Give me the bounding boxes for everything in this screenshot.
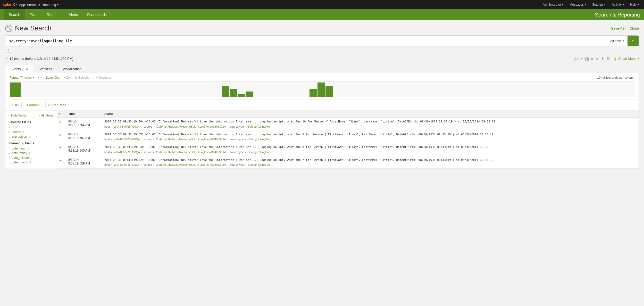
smart-mode-button[interactable]: 💡 Smart Mode ▾ bbox=[613, 57, 639, 61]
col-header-event: Event bbox=[104, 112, 637, 116]
pause-icon[interactable]: ▮▮ bbox=[584, 56, 589, 61]
tab-events[interactable]: Events (10) bbox=[5, 65, 33, 73]
timeline-bar[interactable] bbox=[310, 89, 317, 97]
field-type: # bbox=[9, 161, 10, 164]
help-menu[interactable]: Help ▾ bbox=[628, 0, 641, 9]
run-search-button[interactable]: ⌕ bbox=[628, 36, 639, 46]
nav-search[interactable]: Search bbox=[4, 9, 25, 20]
timeline-bar[interactable] bbox=[325, 86, 333, 97]
timeline-bar[interactable] bbox=[246, 92, 253, 97]
nav-alerts[interactable]: Alerts bbox=[64, 9, 83, 20]
download-icon[interactable]: ⬇ bbox=[601, 56, 604, 61]
administrator-chevron-icon: ▾ bbox=[562, 3, 563, 6]
meta-label: source = bbox=[144, 125, 155, 128]
meta-source[interactable]: C:\Temp\TheMostAwesomeSplunkLogFile-2014… bbox=[156, 163, 226, 166]
event-toggle[interactable]: ► bbox=[59, 158, 68, 162]
meta-host[interactable]: WIN-88V5R1FG0Q4 bbox=[114, 125, 140, 128]
field-name-link[interactable]: host bbox=[12, 126, 18, 129]
list-dropdown[interactable]: List ▾ bbox=[10, 102, 22, 108]
meta-sourcetype[interactable]: SerilogRollingFile bbox=[248, 125, 270, 128]
timeline-bar[interactable] bbox=[222, 86, 229, 97]
field-type: a bbox=[9, 130, 10, 134]
table-row: ► 8/30/149:33:19.640 AM 2014-08-30 09:33… bbox=[57, 143, 639, 156]
meta-label: host = bbox=[104, 125, 112, 128]
search-header: 🔍 New Search Save As ▾ Close bbox=[5, 24, 639, 32]
zoom-to-selection-button[interactable]: + Zoom to Selection bbox=[64, 76, 91, 79]
event-time: 8/30/149:33:19.629 AM bbox=[68, 158, 104, 165]
splunk-logo: splunk> bbox=[3, 2, 16, 7]
zoom-out-button[interactable]: – Zoom Out bbox=[43, 76, 59, 79]
timeline-bar[interactable] bbox=[230, 89, 237, 97]
header-actions: Save As ▾ Close bbox=[611, 26, 639, 30]
administrator-menu[interactable]: Administrator ▾ bbox=[540, 0, 566, 9]
table-row: ► 8/30/149:33:19.651 AM 2014-08-30 09:33… bbox=[57, 130, 639, 143]
meta-host[interactable]: WIN-88V5R1FG0Q4 bbox=[114, 151, 140, 154]
app-name-chevron-icon: ▾ bbox=[57, 3, 58, 6]
top-navbar: splunk> App: Search & Reporting ▾ Admini… bbox=[0, 0, 644, 9]
send-icon[interactable]: ➤ bbox=[596, 56, 599, 61]
event-toggle[interactable]: ► bbox=[59, 145, 68, 149]
deselect-button[interactable]: ✕ Deselect bbox=[95, 76, 111, 79]
meta-label: sourcetype = bbox=[230, 125, 246, 128]
close-button[interactable]: Close bbox=[630, 26, 639, 30]
table-row: ► 8/30/149:33:19.664 AM 2014-08-30 09:33… bbox=[57, 118, 639, 130]
meta-source[interactable]: C:\Temp\TheMostAwesomeSplunkLogFile-2014… bbox=[156, 138, 226, 141]
status-text: ✓ 10 events (before 9/2/14 12:44:51.000 … bbox=[5, 57, 73, 61]
tab-statistics[interactable]: Statistics bbox=[33, 65, 57, 73]
field-type: a bbox=[9, 135, 10, 138]
print-icon[interactable]: 🖶 bbox=[606, 56, 610, 61]
nav-dashboards[interactable]: Dashboards bbox=[82, 9, 111, 20]
meta-label: source = bbox=[144, 138, 155, 141]
meta-sourcetype[interactable]: SerilogRollingFile bbox=[248, 163, 270, 166]
page-title: 🔍 New Search bbox=[5, 24, 52, 32]
messages-menu[interactable]: Messages ▾ bbox=[567, 0, 589, 9]
smart-mode-chevron-icon: ▾ bbox=[638, 57, 639, 60]
field-name-link[interactable]: sourcetype bbox=[12, 135, 27, 138]
timeline-chart[interactable] bbox=[10, 81, 634, 97]
format-timeline-button[interactable]: Format Timeline ▾ bbox=[10, 76, 34, 79]
table-row: ► 8/30/149:33:19.629 AM 2014-08-30 09:33… bbox=[57, 156, 639, 169]
job-menu[interactable]: Job ▾ bbox=[574, 57, 582, 61]
format-dropdown[interactable]: Format ▾ bbox=[25, 102, 42, 108]
field-name-link[interactable]: date_hour bbox=[12, 147, 26, 150]
col-header-time: Time bbox=[68, 112, 104, 116]
table-header: i Time Event bbox=[57, 111, 639, 118]
settings-menu[interactable]: Settings ▾ bbox=[590, 0, 608, 9]
field-count: 1 bbox=[28, 135, 30, 138]
nav-reports[interactable]: Reports bbox=[42, 9, 64, 20]
search-glass-icon: ⌕ bbox=[632, 38, 634, 44]
stop-icon[interactable]: ■ bbox=[591, 56, 594, 61]
selected-field-item: asource1 bbox=[9, 130, 54, 134]
timeline-bar[interactable] bbox=[10, 82, 21, 97]
meta-label: sourcetype = bbox=[230, 163, 246, 166]
event-toggle[interactable]: ► bbox=[59, 120, 68, 124]
search-input[interactable] bbox=[5, 36, 606, 46]
meta-source[interactable]: C:\Temp\TheMostAwesomeSplunkLogFile-2014… bbox=[156, 125, 226, 128]
field-name-link[interactable]: source bbox=[12, 130, 21, 134]
field-count: 1 bbox=[19, 126, 21, 129]
time-range-selector[interactable]: All time ▾ bbox=[606, 36, 628, 45]
event-toggle[interactable]: ► bbox=[59, 133, 68, 137]
activity-menu[interactable]: Activity ▾ bbox=[609, 0, 626, 9]
meta-host[interactable]: WIN-88V5R1FG0Q4 bbox=[114, 138, 140, 141]
field-count: 1 bbox=[23, 130, 24, 134]
meta-source[interactable]: C:\Temp\TheMostAwesomeSplunkLogFile-2014… bbox=[156, 151, 226, 154]
tab-visualization[interactable]: Visualization bbox=[57, 65, 87, 73]
event-time: 8/30/149:33:19.651 AM bbox=[68, 133, 104, 140]
meta-sourcetype[interactable]: SerilogRollingFile bbox=[248, 151, 270, 154]
timeline-bar[interactable] bbox=[317, 82, 325, 97]
meta-sourcetype[interactable]: SerilogRollingFile bbox=[248, 138, 270, 141]
timeline-bar[interactable] bbox=[238, 94, 245, 97]
nav-pivot[interactable]: Pivot bbox=[25, 9, 42, 20]
hide-fields-button[interactable]: < Hide Fields bbox=[9, 114, 27, 117]
app-name[interactable]: App: Search & Reporting ▾ bbox=[19, 3, 58, 7]
save-as-button[interactable]: Save As ▾ bbox=[611, 26, 626, 30]
meta-label: sourcetype = bbox=[230, 138, 246, 141]
field-name-link[interactable]: date_month bbox=[12, 161, 28, 164]
per-page-dropdown[interactable]: 20 Per Page ▾ bbox=[45, 102, 71, 108]
field-name-link[interactable]: date_mday bbox=[12, 151, 27, 155]
expand-search-button[interactable]: ▾ bbox=[5, 48, 11, 53]
field-name-link[interactable]: date_minute bbox=[12, 156, 29, 160]
all-fields-button[interactable]: ≡ All Fields bbox=[39, 114, 54, 117]
meta-host[interactable]: WIN-88V5R1FG0Q4 bbox=[114, 163, 140, 166]
